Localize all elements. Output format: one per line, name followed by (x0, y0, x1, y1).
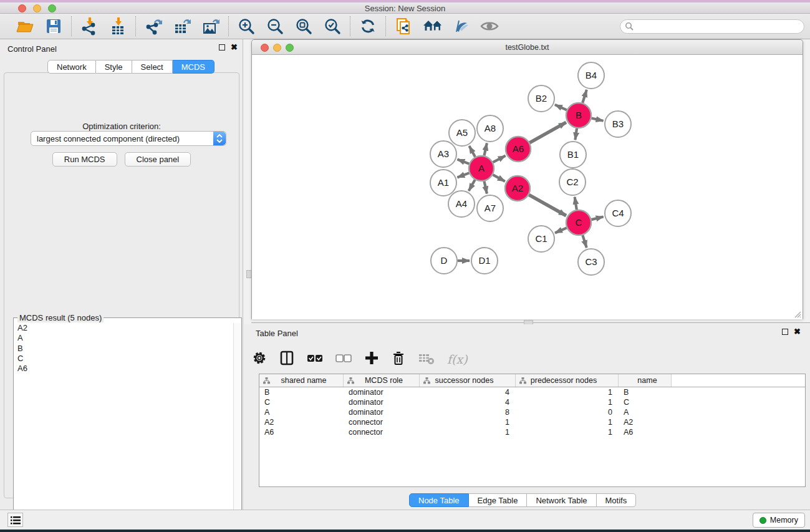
tab-network[interactable]: Network (47, 60, 96, 74)
tab-style[interactable]: Style (96, 60, 132, 74)
export-network-icon[interactable] (143, 16, 163, 36)
import-table-icon[interactable] (108, 16, 128, 36)
column-header-successor-nodes[interactable]: successor nodes (420, 374, 516, 387)
tab-node-table[interactable]: Node Table (409, 493, 469, 507)
show-columns-icon[interactable] (279, 350, 295, 369)
table-row[interactable]: A2connector11A2 (259, 417, 805, 427)
select-all-checkboxes-icon[interactable] (306, 350, 324, 369)
refresh-icon[interactable] (358, 16, 378, 36)
close-panel-icon[interactable]: ✖ (794, 329, 801, 335)
table-cell: A (259, 407, 344, 417)
main-toolbar (0, 14, 810, 39)
add-column-plus-icon[interactable] (364, 350, 380, 369)
task-history-button[interactable] (7, 513, 23, 527)
search-input[interactable] (637, 22, 804, 31)
tab-motifs[interactable]: Motifs (597, 493, 637, 507)
graph-node-label: A (478, 163, 485, 173)
save-icon[interactable] (44, 16, 64, 36)
mdi-desktop: testGlobe.txt AA1A2A3A4A5A6A7A8BB1B2B3B4… (243, 39, 810, 510)
column-header-name[interactable]: name (619, 374, 672, 387)
table-cell: C (619, 397, 672, 407)
table-row[interactable]: A6connector11A6 (259, 427, 805, 437)
graph-node-label: A8 (485, 123, 496, 133)
table-header-row: shared name MCDS role successor nodes pr… (259, 374, 805, 387)
tab-network-table[interactable]: Network Table (527, 493, 596, 507)
result-item[interactable]: B (14, 344, 233, 354)
graph-edge-A-A4[interactable] (469, 180, 475, 191)
graph-edge-A6-B[interactable] (529, 122, 566, 143)
eye-slash-icon[interactable] (451, 16, 471, 36)
memory-button[interactable]: Memory (753, 513, 805, 528)
graph-edge-A-A5[interactable] (469, 146, 475, 157)
float-panel-icon[interactable] (219, 44, 225, 51)
table-row[interactable]: Cdominator41C (259, 397, 805, 407)
network-view-window: testGlobe.txt AA1A2A3A4A5A6A7A8BB1B2B3B4… (251, 39, 803, 319)
result-item[interactable]: A (14, 333, 233, 343)
tab-select[interactable]: Select (132, 60, 173, 74)
import-network-icon[interactable] (79, 16, 99, 36)
result-item[interactable]: A2 (14, 323, 233, 333)
resize-grip-icon[interactable] (794, 311, 801, 318)
column-header-mcds-role[interactable]: MCDS role (344, 374, 420, 387)
graph-edge-B-B2[interactable] (555, 105, 567, 110)
float-panel-icon[interactable] (782, 329, 788, 335)
graph-node-label: D (441, 255, 448, 266)
run-mcds-button[interactable]: Run MCDS (52, 152, 117, 167)
graph-edge-C-C4[interactable] (591, 217, 603, 220)
table-cell: connector (344, 417, 420, 427)
column-header-shared-name[interactable]: shared name (259, 374, 344, 387)
result-scrollbar[interactable] (233, 323, 241, 532)
zoom-in-icon[interactable] (236, 16, 256, 36)
tab-edge-table[interactable]: Edge Table (469, 493, 528, 507)
criterion-dropdown[interactable]: largest connected component (directed) (31, 131, 226, 146)
graph-edge-A-A1[interactable] (457, 173, 469, 177)
app-title: Session: New Session (0, 4, 810, 13)
graph-edge-A-A8[interactable] (484, 143, 486, 155)
graph-edge-C-C2[interactable] (575, 197, 577, 210)
delete-table-icon[interactable] (417, 350, 436, 369)
sort-icon (519, 377, 526, 384)
clone-network-icon[interactable] (393, 16, 413, 36)
graph-edge-C-C1[interactable] (555, 228, 567, 233)
table-cell: A2 (259, 417, 344, 427)
table-cell: 1 (420, 427, 516, 437)
graph-edge-A-A6[interactable] (493, 156, 506, 163)
double-home-icon[interactable] (422, 16, 442, 36)
network-window-titlebar[interactable]: testGlobe.txt (252, 40, 803, 55)
search-field[interactable] (620, 19, 804, 34)
delete-column-trash-icon[interactable] (391, 350, 406, 369)
result-item[interactable]: A6 (14, 364, 233, 374)
graph-edge-B-B1[interactable] (575, 128, 577, 140)
close-panel-button[interactable]: Close panel (125, 152, 191, 167)
graph-edge-B-B4[interactable] (582, 90, 587, 103)
function-builder-icon[interactable]: f(x) (447, 352, 468, 366)
deselect-all-checkboxes-icon[interactable] (335, 350, 352, 369)
export-table-icon[interactable] (172, 16, 192, 36)
open-folder-icon[interactable] (15, 16, 35, 36)
tab-mcds[interactable]: MCDS (173, 60, 215, 74)
zoom-selected-icon[interactable] (322, 16, 342, 36)
close-panel-icon[interactable]: ✖ (231, 44, 238, 51)
eye-icon[interactable] (480, 16, 499, 36)
graph-node-label: A3 (438, 148, 449, 159)
table-row[interactable]: Adominator80A (259, 407, 805, 417)
zoom-out-icon[interactable] (265, 16, 285, 36)
table-row[interactable]: Bdominator41B (259, 387, 805, 397)
graph-edge-A-A3[interactable] (457, 159, 469, 163)
graph-edge-A-A2[interactable] (493, 175, 504, 181)
graph-edge-A-A7[interactable] (484, 181, 486, 194)
table-settings-gear-icon[interactable] (251, 350, 268, 369)
graph-edge-A2-C[interactable] (529, 195, 566, 215)
column-header-predecessor-nodes[interactable]: predecessor nodes (516, 374, 619, 387)
table-cell: C (259, 397, 344, 407)
export-image-icon[interactable] (201, 16, 221, 36)
result-item[interactable]: C (14, 354, 233, 364)
graph-node-label: B3 (612, 118, 624, 129)
graph-edge-B-B3[interactable] (591, 118, 603, 121)
table-cell: connector (344, 427, 420, 437)
zoom-fit-icon[interactable] (294, 16, 314, 36)
table-cell: dominator (344, 407, 420, 417)
graph-node-label: C2 (566, 177, 578, 187)
network-canvas[interactable]: AA1A2A3A4A5A6A7A8BB1B2B3B4CC1C2C3C4DD1 (252, 55, 803, 319)
graph-edge-C-C3[interactable] (582, 235, 586, 248)
